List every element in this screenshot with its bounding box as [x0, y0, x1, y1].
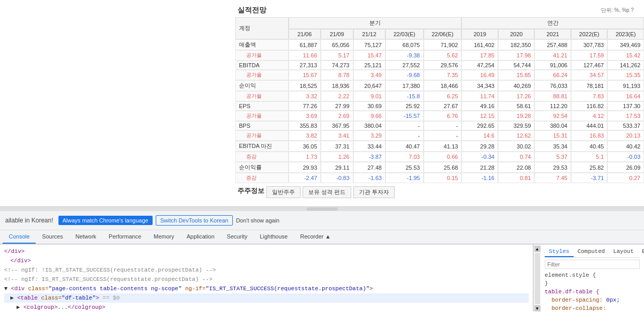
- scroll-up-btn[interactable]: ▲: [534, 246, 541, 252]
- tab-sources[interactable]: Sources: [36, 230, 69, 244]
- cell-value: 61,887: [289, 39, 321, 50]
- cell-value: 7.35: [424, 70, 462, 80]
- table-row: 순이익률29.9329.1127.4825.5325.6821.2822.082…: [235, 162, 644, 173]
- cell-value: 30.02: [498, 141, 535, 152]
- tab-console[interactable]: Console: [3, 230, 36, 244]
- cell-label: 공가율: [235, 50, 289, 61]
- cell-value: 40.47: [385, 141, 424, 152]
- switch-korean-button[interactable]: Switch DevTools to Korean: [156, 215, 233, 226]
- cell-label: EBITDA 마진: [235, 141, 289, 152]
- tab-performance[interactable]: Performance: [102, 230, 147, 244]
- cell-value: 66.24: [534, 70, 571, 80]
- tab-network[interactable]: Network: [69, 230, 102, 244]
- styles-panel: Styles Computed Layout Event element.sty…: [541, 245, 644, 311]
- financial-table-container: 실적전망 단위: %, %p ? 계정 분기 연간 21/06 21/09 21…: [235, 3, 644, 206]
- dom-line-6[interactable]: ▶ <table class="df-table"> == $0: [4, 293, 529, 303]
- cell-value: 12.15: [461, 111, 498, 121]
- cell-value: 33.44: [353, 141, 385, 152]
- shareholder-btn-fund[interactable]: 보유 성격 펀드: [303, 186, 351, 198]
- styles-tab-styles[interactable]: Styles: [545, 247, 574, 257]
- dom-scrollbar[interactable]: ▲ ▼: [533, 245, 541, 311]
- tab-security[interactable]: Security: [221, 230, 254, 244]
- cell-value: 18,466: [424, 80, 462, 91]
- cell-value: 29.28: [461, 141, 498, 152]
- table-row: 매출액61,88765,05675,12768,07571,902161,402…: [235, 39, 644, 50]
- cell-label: 증감: [235, 152, 289, 162]
- cell-value: 9.01: [353, 91, 385, 101]
- cell-value: -0.83: [321, 173, 353, 183]
- divider-handle[interactable]: [307, 207, 338, 211]
- cell-value: 367.95: [321, 121, 353, 130]
- language-text: ailable in Korean!: [5, 217, 53, 224]
- cell-value: 76,033: [534, 80, 571, 91]
- cell-value: -1.95: [385, 173, 424, 183]
- cell-value: -15.8: [385, 91, 424, 101]
- cell-value: 58.61: [498, 101, 535, 111]
- dom-line-7[interactable]: ▶ <colgroup>...</colgroup>: [4, 303, 529, 311]
- styles-tab-layout[interactable]: Layout: [609, 247, 638, 257]
- cell-value: 15.47: [353, 50, 385, 61]
- tab-memory[interactable]: Memory: [147, 230, 181, 244]
- shareholder-title: 주주정보: [236, 186, 264, 196]
- financial-section: 실적전망 단위: %, %p ? 계정 분기 연간 21/06 21/09 21…: [0, 0, 644, 207]
- cell-value: 12.62: [498, 130, 535, 141]
- resize-divider[interactable]: [0, 207, 644, 211]
- section-title: 실적전망: [236, 6, 266, 14]
- cell-value: -1.16: [461, 173, 498, 183]
- dom-line-5[interactable]: ▼ <div class="page-contents table-conten…: [4, 284, 529, 293]
- cell-value: 112.20: [534, 101, 571, 111]
- scroll-down-btn[interactable]: ▼: [534, 305, 541, 311]
- devtools-tab-bar: Console Sources Network Performance Memo…: [0, 230, 644, 244]
- table-row: 공가율11.665.1715.47-9.385.6217.8517.9841.2…: [235, 50, 644, 61]
- cell-value: 30.69: [353, 101, 385, 111]
- cell-value: -: [385, 121, 424, 130]
- cell-value: 17.26: [498, 91, 535, 101]
- cell-value: 40,269: [498, 80, 535, 91]
- cell-value: 0.74: [498, 152, 535, 162]
- styles-tab-event[interactable]: Event: [638, 247, 644, 257]
- cell-label: 공가율: [235, 70, 289, 80]
- cell-value: 17.85: [461, 50, 498, 61]
- cell-label: EBITDA: [235, 61, 289, 70]
- cell-value: 29.11: [321, 162, 353, 173]
- cell-value: 9.66: [353, 111, 385, 121]
- styles-filter-input[interactable]: [545, 260, 640, 269]
- dont-show-button[interactable]: Don't show again: [236, 217, 279, 223]
- cell-value: 27,313: [289, 61, 321, 70]
- cell-value: 91,006: [534, 61, 571, 70]
- cell-value: 3.82: [289, 130, 321, 141]
- tab-application[interactable]: Application: [181, 230, 221, 244]
- cell-value: -1.63: [353, 173, 385, 183]
- tab-lighthouse[interactable]: Lighthouse: [253, 230, 294, 244]
- table-row: 공가율15.678.783.49-9.687.3516.4915.8566.24…: [235, 70, 644, 80]
- devtools-content: </div> </div> <!-- ngIf: !IS_RT_STATE_SU…: [0, 244, 644, 311]
- cell-value: 137.30: [607, 101, 644, 111]
- match-language-button[interactable]: Always match Chrome's language: [58, 216, 153, 225]
- tab-recorder[interactable]: Recorder ▲: [294, 230, 337, 244]
- cell-value: 141,262: [607, 61, 644, 70]
- table-row: 증감-2.47-0.83-1.63-1.950.15-1.160.817.45-…: [235, 173, 644, 183]
- cell-value: 16.64: [607, 91, 644, 101]
- cell-value: 65,056: [321, 39, 353, 50]
- table-row: EBITDA 마진36.0537.3133.4440.4741.1329.283…: [235, 141, 644, 152]
- cell-value: 15.42: [607, 50, 644, 61]
- cell-value: 329.59: [498, 121, 535, 130]
- cell-value: 0.81: [498, 173, 535, 183]
- cell-value: 41.13: [424, 141, 462, 152]
- cell-value: 34.57: [571, 70, 608, 80]
- cell-value: 25.82: [571, 162, 608, 173]
- col-2019: 2019: [461, 29, 498, 39]
- cell-value: 2.69: [321, 111, 353, 121]
- cell-value: 40.42: [607, 141, 644, 152]
- styles-tab-computed[interactable]: Computed: [574, 247, 609, 257]
- cell-value: 444.01: [571, 121, 608, 130]
- cell-value: 15.67: [289, 70, 321, 80]
- cell-value: -9.38: [385, 50, 424, 61]
- cell-value: 15.31: [534, 130, 571, 141]
- cell-value: 17.98: [498, 50, 535, 61]
- cell-value: 21.28: [461, 162, 498, 173]
- cell-value: 16.83: [571, 130, 608, 141]
- shareholder-btn-general[interactable]: 일반주주: [266, 186, 301, 198]
- cell-value: -3.71: [571, 173, 608, 183]
- shareholder-btn-institutional[interactable]: 기관 투자자: [353, 186, 395, 198]
